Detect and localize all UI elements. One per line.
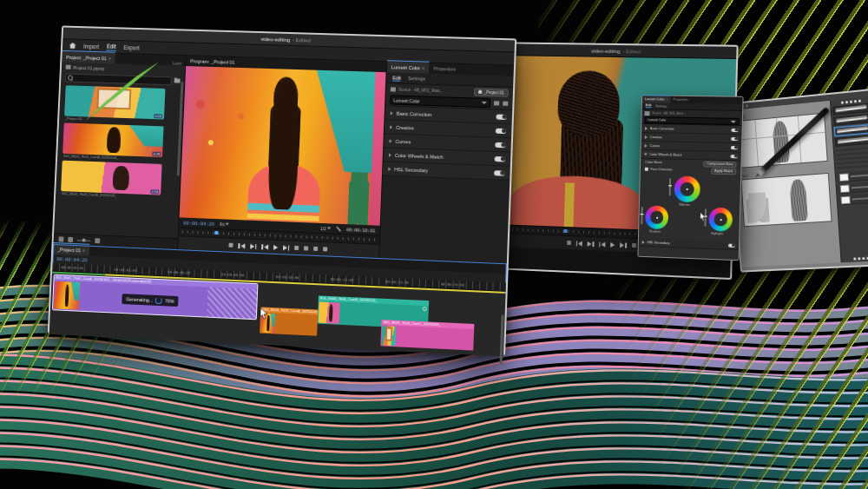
playhead-marker[interactable]: [563, 229, 567, 233]
program-video: [180, 66, 386, 226]
resolution-dropdown[interactable]: 1/2: [320, 226, 331, 232]
wheel-label: Midtones: [679, 203, 690, 207]
section-toggle[interactable]: [495, 155, 505, 162]
playhead-marker[interactable]: [214, 231, 218, 235]
extract-icon[interactable]: [313, 247, 318, 251]
settings-subtab[interactable]: Settings: [655, 104, 667, 108]
export-frame-icon[interactable]: [323, 247, 327, 251]
clip-video[interactable]: S01_Sh07_Tk04_CamC_20250103_: [380, 320, 474, 351]
section-toggle[interactable]: [731, 136, 738, 140]
storyboard-frame-2[interactable]: [740, 173, 832, 227]
shadows-wheel[interactable]: [645, 205, 668, 229]
in-point-icon[interactable]: [238, 243, 245, 248]
chevron-right-icon: [645, 143, 648, 147]
reset-icon[interactable]: [503, 102, 508, 106]
section-toggle[interactable]: [731, 128, 738, 131]
zoom-slider[interactable]: [77, 240, 91, 241]
menu-edit[interactable]: Edit: [107, 43, 116, 50]
layer-row[interactable]: [838, 194, 868, 206]
lift-icon[interactable]: [632, 243, 636, 248]
new-item-icon[interactable]: [95, 238, 100, 243]
settings-wrench-icon[interactable]: [336, 226, 341, 231]
total-timecode: 00:00:18:01: [346, 227, 376, 233]
section-toggle[interactable]: [728, 243, 735, 247]
section-toggle[interactable]: [496, 114, 506, 119]
auto-icon[interactable]: [494, 101, 499, 105]
edit-subtab[interactable]: Edit: [646, 103, 652, 108]
color-match-label: Color Match: [645, 161, 662, 164]
secondary-edited-label: - Edited: [622, 49, 641, 54]
promo-scene: { "background": { "base_color": "#030303…: [0, 0, 868, 489]
play-icon[interactable]: [273, 244, 278, 249]
brush-preset-selected[interactable]: [834, 124, 868, 136]
out-point-icon[interactable]: [250, 243, 257, 248]
grid-view-icon[interactable]: [68, 237, 73, 242]
step-forward-icon[interactable]: [620, 242, 627, 248]
brush-properties: [836, 146, 868, 172]
layer-row[interactable]: [838, 170, 868, 182]
clip-icon: [391, 87, 396, 91]
face-detection-checkbox[interactable]: [645, 168, 648, 171]
section-toggle[interactable]: [731, 155, 738, 158]
tab-lumetri-color[interactable]: Lumetri Color ×: [387, 60, 430, 74]
menu-import[interactable]: Import: [83, 43, 99, 49]
step-forward-icon[interactable]: [283, 245, 290, 250]
media-thumbnail[interactable]: 4:28: [62, 122, 163, 157]
floating-lumetri-panel: Lumetri Color× Properties Edit Settings …: [637, 95, 743, 261]
comparison-view-button[interactable]: Comparison View: [704, 161, 737, 168]
midtones-slider[interactable]: [669, 178, 671, 195]
target-clip-button[interactable]: _Project 01: [474, 88, 509, 96]
clip-thumbnail: [318, 301, 339, 323]
media-thumbnail[interactable]: 0:03: [64, 85, 165, 119]
media-thumbnail[interactable]: 2:18: [61, 161, 162, 195]
brush-preset[interactable]: [835, 135, 868, 147]
chevron-right-icon: [388, 167, 391, 170]
apply-match-button[interactable]: Apply Match: [711, 168, 736, 175]
tab-lumetri-color[interactable]: Lumetri Color×: [642, 95, 671, 102]
add-marker-icon[interactable]: [228, 243, 233, 248]
media-name: _Project 01: [65, 116, 82, 122]
tab-properties[interactable]: Properties: [429, 63, 460, 75]
lift-icon[interactable]: [304, 246, 308, 250]
shadows-slider[interactable]: [641, 207, 642, 224]
section-toggle[interactable]: [496, 128, 506, 133]
new-bin-icon[interactable]: [174, 78, 181, 83]
layer-row[interactable]: [838, 182, 868, 194]
chevron-right-icon: [645, 135, 648, 138]
loop-icon[interactable]: [294, 246, 299, 250]
section-toggle[interactable]: [495, 142, 505, 147]
fit-dropdown[interactable]: Fit: [220, 221, 229, 227]
step-back-icon[interactable]: [261, 244, 268, 249]
list-view-icon[interactable]: [58, 236, 63, 241]
edit-subtab[interactable]: Edit: [392, 75, 401, 81]
trim-cursor-icon: [258, 307, 269, 320]
panel-footer-icons[interactable]: [843, 256, 868, 261]
subject-braids: [267, 105, 300, 186]
spinner-icon: [155, 297, 162, 304]
add-marker-icon[interactable]: [567, 241, 571, 245]
search-icon: [68, 75, 73, 80]
step-back-icon[interactable]: [599, 241, 606, 247]
home-icon[interactable]: [69, 43, 76, 49]
clip-extended[interactable]: S01_Sh01_Tk04_CamA_20250103_ -00:00:04:2…: [53, 275, 258, 320]
midtones-wheel[interactable]: [674, 176, 700, 203]
lumetri-color-panel: Lumetri Color × Properties Edit Settings…: [379, 62, 514, 263]
chevron-down-icon: [482, 102, 487, 104]
menu-export[interactable]: Export: [123, 44, 140, 50]
clip-thumbnail: [54, 281, 81, 310]
timeline-timecode[interactable]: 00:00:04:28: [56, 256, 88, 262]
chevron-right-icon: [389, 139, 391, 142]
tab-properties[interactable]: Properties: [670, 96, 690, 103]
section-toggle[interactable]: [494, 170, 504, 176]
brush-preset[interactable]: [833, 114, 868, 126]
section-toggle[interactable]: [731, 145, 738, 149]
lumetri-preset-dropdown[interactable]: Lumetri Color: [390, 95, 490, 108]
highlights-wheel[interactable]: [708, 208, 733, 232]
project-file-name: Project 01.prproj: [73, 64, 104, 70]
storyboard-canvas: Sh03 Sh07: [732, 101, 841, 268]
in-point-icon[interactable]: [575, 241, 582, 246]
settings-subtab[interactable]: Settings: [408, 76, 425, 82]
current-timecode[interactable]: 00:00:04:28: [183, 220, 214, 226]
out-point-icon[interactable]: [588, 241, 595, 246]
play-icon[interactable]: [610, 241, 615, 247]
